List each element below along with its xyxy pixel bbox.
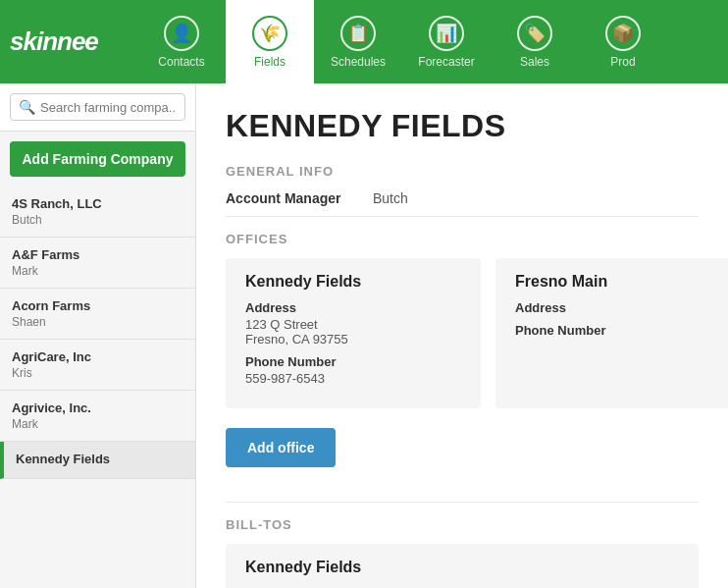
fields-icon: 🌾 (252, 16, 287, 51)
list-item[interactable]: AgriCare, Inc Kris (0, 340, 195, 391)
search-box: 🔍 (0, 83, 195, 132)
phone-label: Phone Number (515, 323, 728, 338)
office-card-kennedy: Kennedy Fields Address 123 Q Street Fres… (226, 258, 481, 408)
nav-prod-label: Prod (610, 55, 635, 69)
address-line2: Fresno, CA 93755 (245, 332, 461, 347)
main-content: KENNEDY FIELDS GENERAL INFO Account Mana… (196, 83, 728, 588)
offices-section-header: OFFICES (226, 232, 699, 246)
sidebar: 🔍 Add Farming Company 4S Ranch, LLC Butc… (0, 83, 196, 588)
schedules-icon: 📋 (340, 16, 376, 51)
list-item[interactable]: Agrivice, Inc. Mark (0, 391, 195, 442)
list-item[interactable]: 4S Ranch, LLC Butch (0, 187, 195, 238)
search-input[interactable] (40, 100, 177, 115)
farm-contact: Shaen (12, 315, 183, 329)
farm-name: Acorn Farms (12, 298, 183, 313)
address-label: Address (245, 300, 461, 315)
page-title: KENNEDY FIELDS (226, 108, 699, 144)
address-line1: 123 Q Street (245, 317, 461, 332)
farm-name: A&F Farms (12, 247, 183, 262)
nav-sales-label: Sales (520, 55, 549, 69)
nav-forecaster[interactable]: 📊 Forecaster (402, 0, 491, 83)
nav-forecaster-label: Forecaster (418, 55, 474, 69)
nav-contacts-label: Contacts (158, 55, 204, 69)
bill-name: Kennedy Fields (245, 559, 679, 576)
farm-name: Kennedy Fields (16, 452, 183, 466)
office-name: Fresno Main (515, 273, 728, 291)
layout: 🔍 Add Farming Company 4S Ranch, LLC Butc… (0, 83, 728, 588)
farm-contact: Mark (12, 264, 183, 278)
farm-name: AgriCare, Inc (12, 349, 183, 364)
nav-fields[interactable]: 🌾 Fields (226, 0, 314, 83)
nav-schedules-label: Schedules (331, 55, 386, 69)
office-card-fresno: Fresno Main Address Phone Number (495, 258, 728, 408)
farm-contact: Mark (12, 417, 183, 431)
account-manager-value: Butch (373, 190, 408, 206)
bill-card-kennedy: Kennedy Fields Address 123 Q Street (226, 544, 699, 588)
billtoos-section-header: BILL-TOS (226, 517, 699, 532)
nav-schedules[interactable]: 📋 Schedules (314, 0, 402, 83)
forecaster-icon: 📊 (429, 16, 464, 51)
list-item[interactable]: Acorn Farms Shaen (0, 289, 195, 340)
phone-label: Phone Number (245, 354, 461, 369)
nav-sales[interactable]: 🏷️ Sales (491, 0, 579, 83)
account-manager-label: Account Manager (226, 190, 373, 206)
office-phone: Phone Number (515, 323, 728, 338)
search-input-wrap[interactable]: 🔍 (10, 93, 185, 121)
sales-icon: 🏷️ (517, 16, 552, 51)
office-phone: Phone Number 559-987-6543 (245, 354, 461, 386)
address-label: Address (515, 300, 728, 315)
farm-contact: Kris (12, 366, 183, 380)
farm-name: 4S Ranch, LLC (12, 196, 183, 211)
office-address: Address 123 Q Street Fresno, CA 93755 (245, 300, 461, 347)
farm-name: Agrivice, Inc. (12, 401, 183, 415)
nav-prod[interactable]: 📦 Prod (579, 0, 667, 83)
main-nav: 👤 Contacts 🌾 Fields 📋 Schedules 📊 Foreca… (137, 0, 718, 83)
list-item[interactable]: A&F Farms Mark (0, 238, 195, 289)
contacts-icon: 👤 (164, 16, 199, 51)
nav-contacts[interactable]: 👤 Contacts (137, 0, 226, 83)
phone-value: 559-987-6543 (245, 371, 461, 386)
account-manager-row: Account Manager Butch (226, 190, 699, 206)
nav-fields-label: Fields (254, 55, 286, 69)
divider (226, 502, 699, 503)
billtoos-row: Kennedy Fields Address 123 Q Street (226, 544, 699, 588)
offices-row: Kennedy Fields Address 123 Q Street Fres… (226, 258, 699, 408)
add-farming-company-button[interactable]: Add Farming Company (10, 141, 185, 177)
office-name: Kennedy Fields (245, 273, 461, 291)
search-icon: 🔍 (19, 99, 35, 115)
header: skinnee 👤 Contacts 🌾 Fields 📋 Schedules … (0, 0, 728, 83)
prod-icon: 📦 (605, 16, 641, 51)
add-office-button[interactable]: Add office (226, 428, 336, 467)
farm-contact: Butch (12, 213, 183, 227)
divider (226, 216, 699, 217)
brand-logo: skinnee (10, 27, 118, 57)
list-item[interactable]: Kennedy Fields (0, 442, 195, 479)
office-address: Address (515, 300, 728, 315)
general-info-section-header: GENERAL INFO (226, 164, 699, 179)
